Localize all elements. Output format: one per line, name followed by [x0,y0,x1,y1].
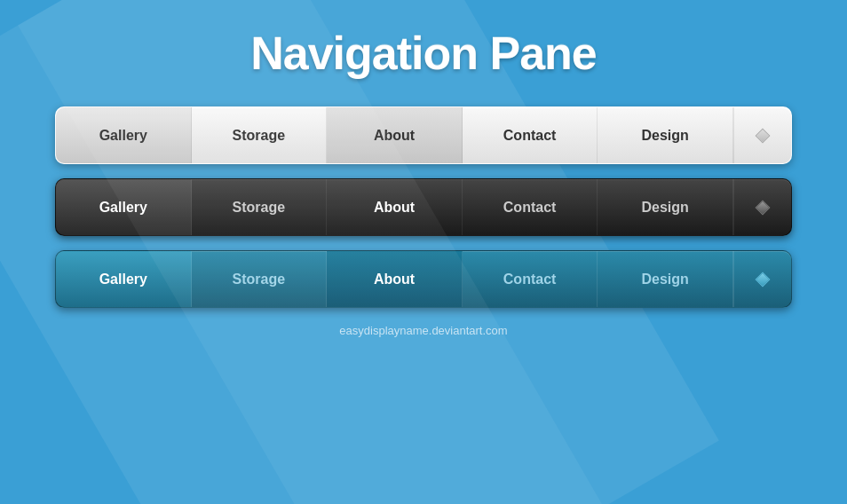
nav-dropdown-white[interactable] [733,107,791,163]
page-title: Navigation Pane [250,27,597,80]
nav-item-storage-white[interactable]: Storage [192,107,328,163]
nav-item-contact-dark[interactable]: Contact [463,179,598,235]
nav-item-storage-teal[interactable]: Storage [192,251,328,307]
nav-container: Gallery Storage About Contact Design Gal… [55,106,792,308]
nav-bar-white: Gallery Storage About Contact Design [55,106,792,164]
chevron-down-icon [756,200,771,215]
nav-item-design-dark[interactable]: Design [598,179,733,235]
nav-item-gallery-white[interactable]: Gallery [56,107,192,163]
nav-item-contact-teal[interactable]: Contact [463,251,598,307]
nav-items-dark: Gallery Storage About Contact Design [56,179,733,235]
nav-bar-teal: Gallery Storage About Contact Design [55,250,792,308]
chevron-down-icon [756,128,771,143]
nav-item-contact-white[interactable]: Contact [463,107,598,163]
nav-item-about-white[interactable]: About [327,107,463,163]
nav-item-storage-dark[interactable]: Storage [192,179,328,235]
nav-items-white: Gallery Storage About Contact Design [56,107,733,163]
nav-item-about-dark[interactable]: About [327,179,463,235]
chevron-down-icon [756,272,771,287]
nav-items-teal: Gallery Storage About Contact Design [56,251,733,307]
nav-dropdown-teal[interactable] [733,251,791,307]
nav-item-gallery-dark[interactable]: Gallery [56,179,192,235]
nav-item-design-teal[interactable]: Design [598,251,733,307]
footer-text: easydisplayname.deviantart.com [339,324,507,337]
nav-bar-dark: Gallery Storage About Contact Design [55,178,792,236]
nav-item-design-white[interactable]: Design [598,107,733,163]
nav-item-gallery-teal[interactable]: Gallery [56,251,192,307]
nav-item-about-teal[interactable]: About [327,251,463,307]
nav-dropdown-dark[interactable] [733,179,791,235]
